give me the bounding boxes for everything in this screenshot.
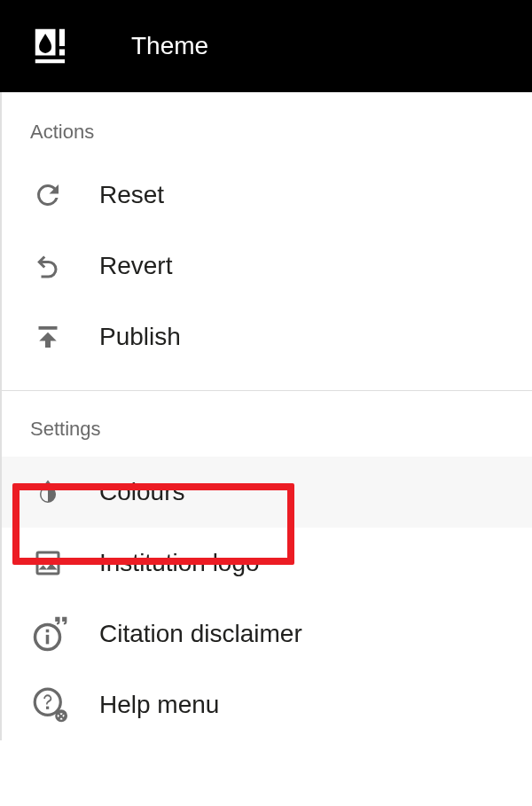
svg-rect-8	[46, 707, 49, 709]
colours-setting[interactable]: Colours	[2, 457, 532, 528]
help-menu-label: Help menu	[78, 691, 219, 719]
svg-rect-2	[59, 50, 65, 56]
revert-action[interactable]: Revert	[2, 231, 532, 301]
settings-list: Colours Institution logo Citation discla…	[2, 457, 532, 740]
institution-logo-label: Institution logo	[78, 549, 260, 577]
colours-icon	[32, 476, 78, 508]
svg-rect-1	[59, 29, 65, 46]
app-header: Theme	[0, 0, 532, 92]
publish-icon	[32, 321, 78, 353]
reset-action[interactable]: Reset	[2, 160, 532, 231]
image-icon	[32, 547, 78, 579]
actions-header: Actions	[2, 121, 532, 160]
page-title: Theme	[131, 32, 208, 60]
citation-icon	[32, 615, 78, 653]
help-menu-icon	[32, 686, 78, 724]
citation-disclaimer-label: Citation disclaimer	[78, 620, 302, 648]
colours-label: Colours	[78, 478, 184, 506]
publish-label: Publish	[78, 323, 181, 351]
revert-icon	[32, 250, 78, 282]
publish-action[interactable]: Publish	[2, 301, 532, 372]
actions-list: Reset Revert Publish	[2, 160, 532, 372]
section-divider	[2, 390, 532, 391]
sidebar-content: Actions Reset Revert Publish Settings	[0, 92, 532, 740]
revert-label: Revert	[78, 252, 172, 280]
svg-rect-3	[35, 59, 65, 63]
help-menu-setting[interactable]: Help menu	[2, 669, 532, 740]
reset-label: Reset	[78, 181, 164, 209]
institution-logo-setting[interactable]: Institution logo	[2, 528, 532, 599]
theme-icon	[34, 27, 71, 65]
reset-icon	[32, 179, 78, 211]
svg-rect-5	[46, 630, 50, 633]
svg-rect-6	[46, 635, 50, 645]
citation-disclaimer-setting[interactable]: Citation disclaimer	[2, 599, 532, 669]
settings-header: Settings	[2, 418, 532, 457]
